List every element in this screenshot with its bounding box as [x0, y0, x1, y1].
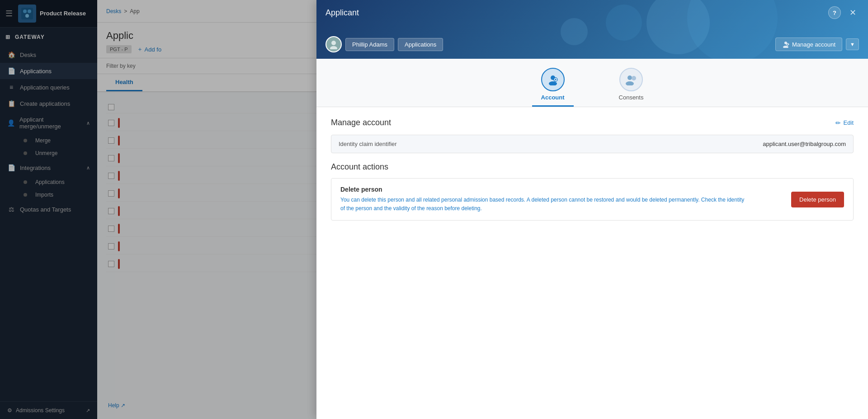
- avatar-icon: [329, 39, 339, 49]
- panel-header-actions: ? ✕: [828, 6, 859, 19]
- manage-account-section-header: Manage account ✏ Edit: [331, 118, 854, 127]
- delete-card-title: Delete person: [340, 186, 782, 193]
- consents-tab-icon: [619, 68, 643, 91]
- account-tab-icon: [541, 68, 565, 91]
- applicant-panel: Applicant ? ✕ Phillip Adams Applications: [316, 0, 868, 419]
- panel-header: Applicant ? ✕ Phillip Adams Applications: [316, 0, 868, 59]
- identity-label: Identity claim identifier: [339, 141, 397, 147]
- manage-account-button[interactable]: Manage account: [775, 38, 842, 51]
- manage-account-label: Manage account: [792, 41, 835, 48]
- delete-person-button[interactable]: Delete person: [791, 192, 844, 207]
- user-bar: Phillip Adams Applications Manage accoun…: [326, 36, 859, 52]
- account-icon: [547, 74, 559, 85]
- pencil-icon: ✏: [835, 119, 841, 127]
- identity-row: Identity claim identifier applicant.user…: [331, 135, 854, 153]
- account-tab-label: Account: [541, 94, 565, 101]
- delete-person-card: Delete person You can delete this person…: [331, 178, 854, 221]
- svg-point-17: [632, 76, 636, 80]
- help-button[interactable]: ?: [828, 6, 841, 19]
- consents-tab-label: Consents: [619, 94, 644, 101]
- svg-point-5: [330, 46, 337, 49]
- svg-point-11: [549, 81, 557, 85]
- manage-account-group: Manage account ▼: [775, 38, 859, 51]
- edit-label: Edit: [844, 119, 854, 126]
- avatar: [326, 36, 342, 52]
- tab-account[interactable]: Account: [532, 68, 574, 107]
- consents-icon: [625, 74, 637, 85]
- panel-body: Manage account ✏ Edit Identity claim ide…: [316, 107, 868, 419]
- close-button[interactable]: ✕: [846, 6, 859, 19]
- svg-point-15: [627, 75, 632, 80]
- delete-card-content: Delete person You can delete this person…: [340, 186, 782, 213]
- svg-point-16: [626, 81, 634, 85]
- tab-consents[interactable]: Consents: [610, 68, 653, 107]
- profile-tabs: Account Consents: [316, 59, 868, 107]
- panel-title: Applicant: [326, 8, 359, 18]
- edit-button[interactable]: ✏ Edit: [835, 119, 854, 127]
- manage-account-title: Manage account: [331, 118, 391, 127]
- svg-point-7: [783, 46, 788, 48]
- svg-point-8: [787, 43, 788, 45]
- account-actions-title: Account actions: [331, 162, 854, 172]
- profile-icons-row: Account Consents: [532, 68, 653, 107]
- identity-value: applicant.user@tribalgroup.com: [763, 141, 846, 147]
- dropdown-arrow[interactable]: ▼: [846, 38, 859, 50]
- applications-button[interactable]: Applications: [398, 38, 443, 51]
- manage-account-icon: [782, 41, 789, 48]
- delete-card-description: You can delete this person and all relat…: [340, 196, 747, 213]
- panel-header-top: Applicant ? ✕: [326, 6, 859, 19]
- user-info: Phillip Adams Applications: [326, 36, 443, 52]
- svg-point-4: [331, 41, 336, 45]
- user-name-button[interactable]: Phillip Adams: [345, 38, 394, 51]
